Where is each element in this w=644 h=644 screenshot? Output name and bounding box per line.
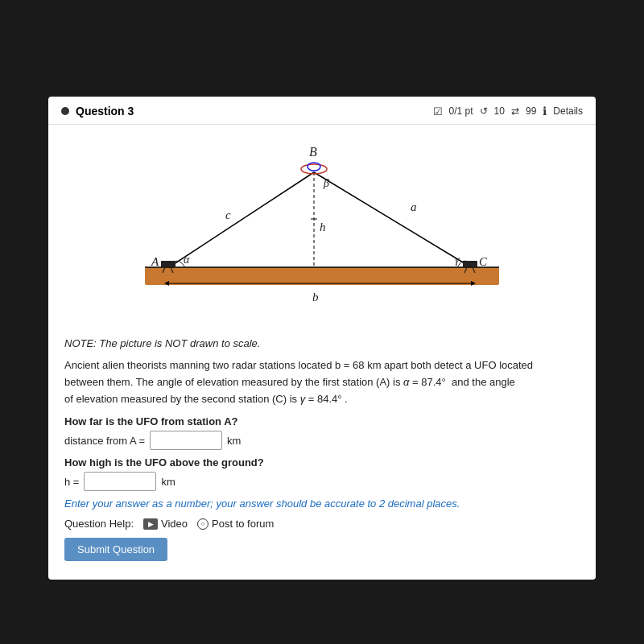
question-2-block: How high is the UFO above the ground? h … — [64, 456, 580, 491]
problem-line2: between them. The angle of elevation mea… — [64, 376, 515, 388]
svg-text:β: β — [323, 177, 329, 189]
submissions-value: 99 — [526, 105, 536, 117]
attempts-icon: ↺ — [480, 105, 488, 117]
submissions-icon: ⇄ — [511, 105, 519, 117]
accuracy-note: Enter your answer as a number; your answ… — [64, 497, 580, 510]
header-meta: ☑ 0/1 pt ↺ 10 ⇄ 99 ℹ Details — [433, 105, 583, 118]
distance-input[interactable] — [150, 431, 222, 450]
distance-prefix: distance from A = — [64, 435, 145, 447]
svg-text:γ: γ — [455, 254, 460, 266]
height-input[interactable] — [84, 472, 156, 491]
svg-line-3 — [314, 172, 471, 267]
question-1-label: How far is the UFO from station A? — [64, 415, 580, 427]
forum-link[interactable]: ○ Post to forum — [197, 518, 274, 530]
problem-line1: Ancient alien theorists manning two rada… — [64, 359, 533, 371]
svg-text:C: C — [479, 255, 488, 268]
card-body: B β a c h b A α C γ — [48, 125, 596, 574]
height-unit: km — [161, 476, 175, 488]
help-label: Question Help: — [64, 518, 134, 530]
diagram-container: B β a c h b A α C γ — [64, 134, 580, 328]
score-icon: ☑ — [433, 105, 443, 118]
attempts-value: 10 — [494, 105, 505, 117]
note-text: NOTE: The picture is NOT drawn to scale. — [64, 337, 580, 349]
svg-text:b: b — [312, 291, 319, 303]
svg-text:c: c — [225, 208, 231, 221]
triangle-diagram: B β a c h b A α C γ — [121, 134, 523, 328]
svg-rect-23 — [463, 261, 477, 267]
height-input-line: h = km — [64, 472, 580, 491]
svg-line-2 — [169, 172, 314, 267]
submit-button[interactable]: Submit Question — [64, 538, 167, 561]
dot-indicator — [61, 107, 69, 115]
score-value: 0/1 pt — [449, 105, 473, 117]
svg-text:B: B — [309, 145, 317, 159]
video-label: Video — [161, 518, 188, 530]
help-row: Question Help: ▶ Video ○ Post to forum — [64, 518, 580, 530]
card-header: Question 3 ☑ 0/1 pt ↺ 10 ⇄ 99 ℹ Details — [48, 97, 596, 125]
problem-line3: of elevation measured by the second stat… — [64, 393, 348, 405]
details-label: Details — [553, 105, 583, 117]
forum-icon: ○ — [197, 518, 208, 530]
video-icon: ▶ — [143, 518, 158, 530]
svg-text:h: h — [320, 221, 326, 233]
forum-label: Post to forum — [212, 518, 274, 530]
problem-text: Ancient alien theorists manning two rada… — [64, 357, 580, 407]
info-icon: ℹ — [543, 105, 547, 118]
height-prefix: h = — [64, 476, 79, 488]
svg-text:α: α — [184, 254, 190, 266]
question-number: Question 3 — [76, 105, 134, 118]
video-link[interactable]: ▶ Video — [143, 518, 188, 530]
question-1-block: How far is the UFO from station A? dista… — [64, 415, 580, 450]
question-card: Question 3 ☑ 0/1 pt ↺ 10 ⇄ 99 ℹ Details — [48, 97, 596, 580]
svg-text:a: a — [411, 200, 417, 213]
distance-input-line: distance from A = km — [64, 431, 580, 450]
svg-rect-0 — [145, 267, 499, 285]
distance-unit: km — [227, 435, 241, 447]
svg-text:A: A — [151, 255, 159, 268]
question-2-label: How high is the UFO above the ground? — [64, 456, 580, 469]
question-label: Question 3 — [61, 105, 134, 118]
